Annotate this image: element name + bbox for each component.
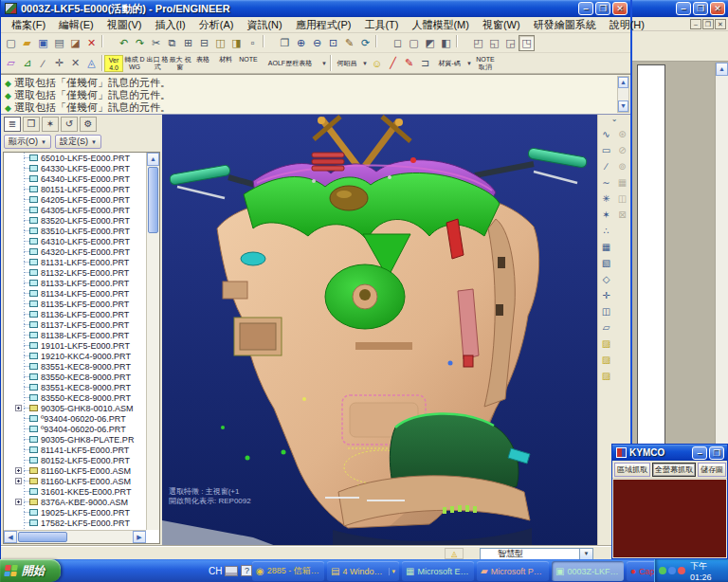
note-plane-icon[interactable]: ◬ <box>83 55 100 71</box>
zoom-out-icon[interactable]: ⊖ <box>309 35 325 51</box>
toolbar-icon[interactable] <box>373 33 390 49</box>
background-scrollbar[interactable]: ▲ <box>715 63 728 446</box>
scrollbar-thumb[interactable] <box>18 532 67 542</box>
tree-item[interactable]: 8376A-KBE-9000.ASM <box>4 497 146 507</box>
datum-line-icon[interactable]: ∕ <box>35 55 51 71</box>
style-curve-tool-icon[interactable]: ∿ <box>599 126 614 142</box>
user-button[interactable]: 何昭昌 <box>333 55 361 72</box>
mirror-tool-icon[interactable]: ◫ <box>599 303 614 319</box>
tree-item[interactable]: 19101-LKF5-E000.PRT <box>4 340 146 351</box>
kymco-titlebar[interactable]: KYMCO ‒ ❐ <box>612 445 727 461</box>
chevron-down-icon[interactable]: ▼ <box>579 549 592 559</box>
mapkey-max-window[interactable]: 最大 視窗 <box>169 55 191 72</box>
scroll-up-icon[interactable]: ▲ <box>716 63 728 76</box>
material-code-button[interactable]: 材質-碼 <box>433 55 465 72</box>
task-windows-explorer[interactable]: ▤ 4 Windows Explo... ▾ <box>327 561 399 581</box>
tray-icon-3[interactable] <box>678 567 685 574</box>
tree-item[interactable]: 19025-LKF5-E000.PRT <box>4 507 146 518</box>
scroll-right-icon[interactable]: ▶ <box>133 531 146 543</box>
datum-axis-icon[interactable]: ⊿ <box>19 55 35 71</box>
keyboard-icon[interactable] <box>225 566 238 576</box>
datum-planes-toggle-icon[interactable]: ◰ <box>470 35 486 51</box>
warning-icon[interactable]: ◬ <box>445 548 464 559</box>
csys-toggle-icon[interactable]: ◳ <box>519 35 535 51</box>
region-capture-button[interactable]: 區域抓取 <box>614 463 650 477</box>
kymco-maximize-button[interactable]: ❐ <box>709 446 724 460</box>
tree-item[interactable]: 83551-KEC8-9000.PRT <box>4 361 146 372</box>
menu-item[interactable]: 視窗(W) <box>476 17 527 33</box>
erase-model-icon[interactable]: ◪ <box>67 35 83 51</box>
tree-item[interactable]: 81141-LKF5-E000.PRT <box>4 445 146 455</box>
open-folder-icon[interactable]: ▰ <box>19 35 35 51</box>
shade-tool-icon[interactable]: ▧ <box>599 255 614 271</box>
datum-point-icon[interactable]: ✛ <box>51 55 67 71</box>
marker-pen-icon[interactable]: ✎ <box>401 55 417 71</box>
mapkey-table[interactable]: 表格 <box>191 55 214 72</box>
spin-center-icon[interactable]: ⟳ <box>357 35 373 51</box>
tree-vertical-scrollbar[interactable]: ▲ <box>146 153 159 530</box>
show-dropdown-button[interactable]: 顯示(O)▼ <box>4 135 51 149</box>
sheet-tool-icon[interactable]: ▱ <box>599 319 614 336</box>
menu-item[interactable]: 分析(A) <box>192 17 241 33</box>
close-button[interactable]: ✕ <box>612 2 628 15</box>
datum-plane-icon[interactable]: ▱ <box>3 55 19 71</box>
menu-item[interactable]: 視圖(V) <box>100 17 149 33</box>
mapkey-material[interactable]: 材料 <box>214 55 237 72</box>
menu-item[interactable]: 人體模型(M) <box>405 17 476 33</box>
red-line-icon[interactable]: ╱ <box>385 55 401 71</box>
tree-item[interactable]: 81136-LKF5-E000.PRT <box>4 309 146 319</box>
save-icon[interactable]: ▣ <box>35 35 51 51</box>
bg-minimize-button[interactable]: ‒ <box>676 2 691 15</box>
settings-tab[interactable]: ⚙ <box>80 117 97 132</box>
clip-icon[interactable]: ⊐ <box>417 55 433 71</box>
layer-open-folder-icon[interactable]: ▨ <box>599 336 614 352</box>
toolbar-overflow-icon[interactable]: ⌄ <box>598 115 630 126</box>
menu-item[interactable]: 說明(H) <box>603 17 651 33</box>
layer-copy-folder-icon[interactable]: ▨ <box>599 368 614 384</box>
favorites-tab[interactable]: ✶ <box>42 117 59 132</box>
tree-item[interactable]: 81131-LKF5-E000.PRT <box>4 257 146 267</box>
repaint-icon[interactable]: ✎ <box>341 35 357 51</box>
scroll-up-icon[interactable]: ▲ <box>147 153 159 166</box>
shaded-icon[interactable]: ◧ <box>438 35 454 51</box>
expand-toggle-icon[interactable] <box>15 467 22 474</box>
mdi-close-button[interactable]: ✕ <box>715 19 726 29</box>
save-image-button[interactable]: 儲存圖 <box>698 463 726 477</box>
tree-item[interactable]: 81138-LKF5-E000.PRT <box>4 330 146 340</box>
tray-icon-1[interactable] <box>659 567 666 574</box>
aolf-history-button[interactable]: AOLF歷程表格 <box>260 55 320 72</box>
bg-maximize-button[interactable]: ❐ <box>693 2 708 15</box>
tree-item[interactable]: 64340-LKF5-E000.PRT <box>4 173 146 184</box>
tree-item[interactable]: 64310-LKF5-E000.PRT <box>4 236 146 246</box>
bg-close-button[interactable]: ✕ <box>710 2 725 15</box>
task-proe[interactable]: ▣ 0003Z-LKF5-E000(.. ▾ <box>552 561 624 581</box>
cut-icon[interactable]: ✂ <box>148 35 164 51</box>
tree-item[interactable]: º93404-06020-06.PRT <box>4 413 146 424</box>
expand-toggle-icon[interactable] <box>15 405 22 411</box>
dropdown-icon[interactable]: ▼ <box>361 61 369 66</box>
tree-item[interactable]: 64305-LKF5-E000.PRT <box>4 205 146 215</box>
datum-points-toggle-icon[interactable]: ◲ <box>502 35 519 51</box>
regenerate-manager-icon[interactable]: ◨ <box>228 35 245 51</box>
fullscreen-capture-button[interactable]: 全螢幕抓取 <box>652 463 696 477</box>
tree-item[interactable]: 64330-LKF5-E000.PRT <box>4 163 146 173</box>
graphics-viewport[interactable]: 選取特徵 : 主視窗(+1 開啟簡化表示: REP0092 <box>162 115 600 546</box>
print-icon[interactable]: ▤ <box>51 35 67 51</box>
tree-item[interactable]: 17582-LKF5-E000.PRT <box>4 518 146 528</box>
regenerate-icon[interactable]: ◫ <box>212 35 228 51</box>
scroll-down-icon[interactable]: ▼ <box>618 100 628 112</box>
spline-tool-icon[interactable]: ∼ <box>599 174 614 191</box>
mapkey-ver40[interactable]: Ver 4.0 <box>104 55 123 72</box>
mapkey-dwg[interactable]: 轉成 DWG <box>123 55 146 72</box>
menu-item[interactable]: 檔案(F) <box>5 17 52 33</box>
redo-icon[interactable]: ↷ <box>132 35 148 51</box>
note-cancel-button[interactable]: NOTE 取消 <box>473 55 498 72</box>
tree-item[interactable]: 83520-LKF5-E000.PRT <box>4 215 146 226</box>
message-scrollbar[interactable]: ▲ ▼ <box>617 76 629 113</box>
tree-item[interactable]: 31601-KKE5-E000.PRT <box>4 486 146 497</box>
point-star-tool-icon[interactable]: ✶ <box>599 207 614 223</box>
start-button[interactable]: 開始 <box>0 559 61 582</box>
toolbar-icon[interactable] <box>100 33 116 49</box>
tree-item[interactable]: º93404-06020-06.PRT <box>4 424 146 434</box>
scroll-up-icon[interactable]: ▲ <box>618 77 628 88</box>
